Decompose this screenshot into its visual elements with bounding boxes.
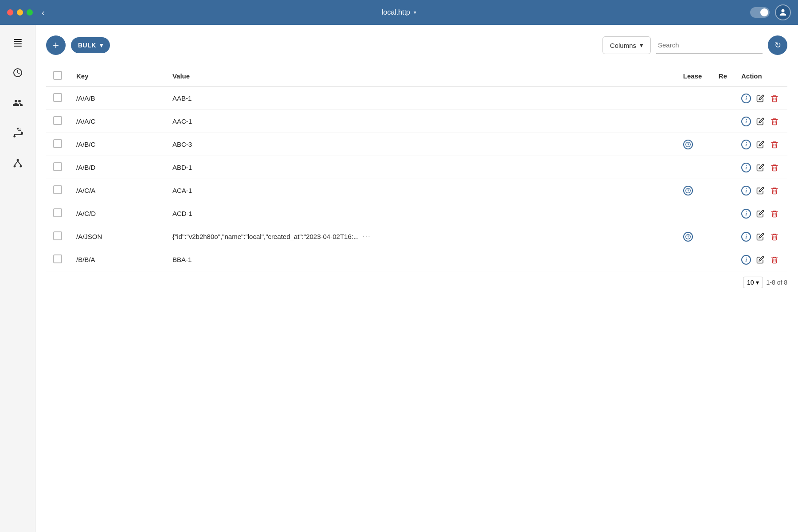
info-button[interactable]: i (741, 117, 751, 126)
row-re (712, 87, 734, 110)
info-button[interactable]: i (741, 140, 751, 149)
header-key: Key (69, 66, 165, 87)
row-action: i (734, 110, 787, 133)
row-action: i (734, 202, 787, 225)
pagination-info: 1-8 of 8 (767, 279, 787, 286)
delete-button[interactable] (770, 117, 779, 126)
edit-button[interactable] (755, 140, 765, 149)
close-button[interactable] (7, 9, 13, 16)
row-value: ACD-1 (165, 202, 676, 225)
row-checkbox-5[interactable] (53, 208, 62, 217)
svg-rect-1 (14, 41, 22, 42)
info-button[interactable]: i (741, 186, 751, 196)
info-button[interactable]: i (741, 209, 751, 219)
row-re (712, 202, 734, 225)
row-value: {"id":"v2b2h80o","name":"local","created… (165, 225, 676, 248)
table-footer: 10 ▾ 1-8 of 8 (46, 271, 787, 288)
edit-button[interactable] (755, 209, 765, 219)
svg-rect-2 (14, 43, 22, 44)
minimize-button[interactable] (17, 9, 23, 16)
row-key: /B/B/A (69, 248, 165, 271)
lease-clock-icon[interactable] (683, 232, 693, 242)
delete-button[interactable] (770, 209, 779, 219)
row-value: AAC-1 (165, 110, 676, 133)
theme-toggle-button[interactable] (750, 7, 770, 18)
table-header-row: Key Value Lease Re Action (46, 66, 787, 87)
info-button[interactable]: i (741, 255, 751, 265)
row-lease (676, 202, 712, 225)
title-text: local.http (382, 8, 410, 16)
lease-clock-icon[interactable] (683, 140, 693, 149)
table-row: /A/A/BAAB-1 i (46, 87, 787, 110)
row-action: i (734, 87, 787, 110)
info-button[interactable]: i (741, 232, 751, 242)
columns-button[interactable]: Columns ▾ (602, 36, 651, 54)
sidebar-item-sessions[interactable] (9, 64, 27, 82)
back-button[interactable]: ‹ (42, 8, 45, 18)
edit-button[interactable] (755, 94, 765, 103)
delete-button[interactable] (770, 163, 779, 172)
svg-rect-3 (14, 46, 22, 47)
row-key: /A/B/D (69, 156, 165, 179)
sidebar-item-users[interactable] (9, 94, 27, 112)
row-checkbox-6[interactable] (53, 231, 62, 240)
window-title: local.http ▾ (382, 8, 416, 16)
svg-point-6 (13, 165, 16, 168)
edit-button[interactable] (755, 255, 765, 265)
row-re (712, 156, 734, 179)
main-content: + BULK ▾ Columns ▾ ↻ Key Value (35, 25, 798, 532)
row-key: /A/B/C (69, 133, 165, 156)
row-re (712, 133, 734, 156)
row-value: AAB-1 (165, 87, 676, 110)
row-lease (676, 248, 712, 271)
info-button[interactable]: i (741, 94, 751, 103)
row-value: ACA-1 (165, 179, 676, 202)
table-row: /A/A/CAAC-1 i (46, 110, 787, 133)
titlebar-right (750, 4, 791, 20)
row-checkbox-0[interactable] (53, 93, 62, 102)
sidebar-item-topology[interactable] (9, 154, 27, 172)
edit-button[interactable] (755, 186, 765, 196)
columns-label: Columns (610, 42, 636, 49)
edit-button[interactable] (755, 117, 765, 126)
row-action: i (734, 156, 787, 179)
toolbar: + BULK ▾ Columns ▾ ↻ (46, 35, 787, 55)
bulk-button[interactable]: BULK ▾ (71, 37, 110, 53)
row-lease (676, 179, 712, 202)
app-layout: + BULK ▾ Columns ▾ ↻ Key Value (0, 25, 798, 532)
row-checkbox-7[interactable] (53, 254, 62, 263)
header-lease: Lease (676, 66, 712, 87)
delete-button[interactable] (770, 232, 779, 242)
table-row: /A/B/DABD-1 i (46, 156, 787, 179)
lease-clock-icon[interactable] (683, 186, 693, 196)
columns-chevron: ▾ (640, 41, 643, 49)
delete-button[interactable] (770, 140, 779, 149)
select-all-checkbox[interactable] (53, 71, 62, 80)
per-page-select[interactable]: 10 ▾ (743, 277, 763, 288)
titlebar: ‹ local.http ▾ (0, 0, 798, 25)
bulk-chevron: ▾ (100, 42, 103, 49)
row-checkbox-2[interactable] (53, 139, 62, 148)
title-chevron[interactable]: ▾ (414, 9, 416, 16)
row-re (712, 179, 734, 202)
delete-button[interactable] (770, 186, 779, 196)
sidebar-item-list[interactable] (9, 34, 27, 51)
svg-point-5 (16, 159, 19, 161)
add-button[interactable]: + (46, 35, 66, 55)
row-key: /A/C/D (69, 202, 165, 225)
delete-button[interactable] (770, 255, 779, 265)
row-checkbox-1[interactable] (53, 116, 62, 125)
header-value: Value (165, 66, 676, 87)
edit-button[interactable] (755, 163, 765, 172)
edit-button[interactable] (755, 232, 765, 242)
sidebar-item-acl[interactable] (9, 124, 27, 142)
avatar-button[interactable] (775, 4, 791, 20)
row-checkbox-4[interactable] (53, 185, 62, 194)
search-input[interactable] (656, 37, 763, 54)
ellipsis-icon[interactable]: ··· (362, 233, 371, 241)
refresh-button[interactable]: ↻ (768, 35, 787, 55)
row-checkbox-3[interactable] (53, 162, 62, 171)
info-button[interactable]: i (741, 163, 751, 172)
delete-button[interactable] (770, 94, 779, 103)
maximize-button[interactable] (27, 9, 33, 16)
